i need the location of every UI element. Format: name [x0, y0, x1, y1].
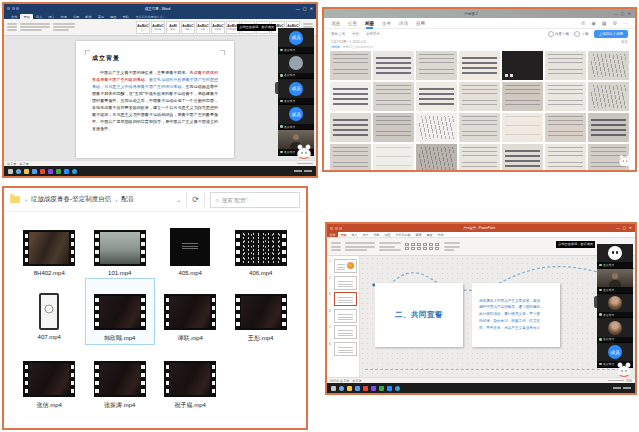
- file-item[interactable]: 8H402.mp4: [16, 228, 82, 276]
- ribbon-tab[interactable]: 开始: [338, 233, 349, 237]
- photo-thumbnail[interactable]: [459, 144, 500, 170]
- browser-icon[interactable]: [355, 386, 360, 391]
- participant-tile[interactable]: 会议成员: [597, 244, 633, 269]
- photo-thumbnail[interactable]: [416, 113, 457, 142]
- photo-thumbnail[interactable]: [373, 144, 414, 170]
- album-tab-应用[interactable]: 应用: [416, 19, 425, 28]
- slide-thumbnail[interactable]: [334, 292, 358, 306]
- ribbon-tab[interactable]: 文件: [327, 232, 338, 237]
- ribbon-tab[interactable]: 切换: [371, 233, 382, 237]
- slides-group[interactable]: [331, 242, 341, 250]
- app-icon[interactable]: [48, 169, 53, 174]
- file-item[interactable]: 407.mp4: [16, 292, 82, 343]
- slide-canvas[interactable]: 二、共同宣誓 我志愿加入中国共产主义青年团，坚决拥护中国共产党的领导，遵守团的章…: [360, 256, 635, 377]
- file-item[interactable]: 406.mp4: [228, 228, 294, 276]
- slide-thumbnail[interactable]: [334, 276, 358, 290]
- photo-thumbnail[interactable]: [373, 113, 414, 142]
- redo-icon[interactable]: [16, 7, 19, 10]
- close-icon[interactable]: [629, 226, 632, 230]
- minimize-icon[interactable]: [614, 11, 618, 16]
- app-icon[interactable]: [379, 386, 384, 391]
- photo-thumbnail[interactable]: [545, 144, 586, 170]
- photo-thumbnail[interactable]: [330, 144, 371, 170]
- style-gallery-item[interactable]: AaBbC标题 2: [181, 21, 195, 34]
- editing-group[interactable]: [444, 242, 460, 250]
- photo-thumbnail[interactable]: [373, 51, 414, 80]
- address-dropdown-icon[interactable]: ⌄: [176, 196, 181, 203]
- minimize-icon[interactable]: [616, 226, 620, 230]
- undo-icon[interactable]: [335, 227, 338, 230]
- photo-thumbnail[interactable]: [588, 82, 629, 111]
- photo-thumbnail[interactable]: [502, 113, 543, 142]
- album-tab-文件[interactable]: 文件: [382, 19, 391, 28]
- photo-thumbnail[interactable]: [545, 51, 586, 80]
- breadcrumb-item[interactable]: 配音: [121, 195, 134, 204]
- shapes-gallery[interactable]: [405, 243, 440, 250]
- app-icon[interactable]: [371, 386, 376, 391]
- ribbon-tab[interactable]: 审阅: [413, 233, 424, 237]
- app-icon[interactable]: [40, 169, 45, 174]
- slide-thumbnail[interactable]: [334, 309, 358, 323]
- maximize-icon[interactable]: [621, 11, 625, 16]
- file-item[interactable]: 谭联.mp4: [157, 292, 223, 343]
- clipboard-group[interactable]: [7, 23, 17, 31]
- breadcrumb-item[interactable]: 绽放战疫青春-坚定制度自信: [31, 195, 111, 204]
- style-gallery-item[interactable]: AaBbC正文: [136, 21, 150, 34]
- quick-access-toolbar[interactable]: [330, 227, 342, 230]
- photo-thumbnail[interactable]: [545, 113, 586, 142]
- photo-thumbnail[interactable]: [330, 113, 371, 142]
- settings-icon[interactable]: [613, 20, 617, 26]
- photo-thumbnail[interactable]: [416, 82, 457, 111]
- folder-icon[interactable]: [24, 169, 29, 174]
- album-tab-公告[interactable]: 公告: [348, 19, 357, 28]
- ribbon-tab[interactable]: 插入: [349, 233, 360, 237]
- album-filter-link[interactable]: 全部照片: [366, 32, 380, 36]
- close-icon[interactable]: [310, 6, 313, 11]
- album-tab-消息[interactable]: 消息: [331, 19, 340, 28]
- more-link[interactable]: 更多: [621, 40, 628, 44]
- font-group[interactable]: [20, 23, 50, 31]
- photo-thumbnail[interactable]: [502, 82, 543, 111]
- app-icon[interactable]: [363, 386, 368, 391]
- upload-button[interactable]: 上传到这个相册: [594, 30, 629, 38]
- participant-tile[interactable]: 会议成员: [597, 318, 633, 343]
- powerpoint-taskbar-icon[interactable]: [387, 386, 392, 391]
- word-taskbar-icon[interactable]: [64, 169, 69, 174]
- font-group[interactable]: [345, 242, 375, 250]
- slide-thumbnail[interactable]: [334, 325, 358, 339]
- search-input[interactable]: [222, 197, 295, 203]
- ribbon-tab[interactable]: 设计: [360, 233, 371, 237]
- browser-icon[interactable]: [32, 169, 37, 174]
- app-icon[interactable]: [56, 169, 61, 174]
- slide-thumbnail[interactable]: [334, 259, 358, 273]
- photo-thumbnail[interactable]: [330, 51, 371, 80]
- phone-icon[interactable]: [581, 20, 585, 26]
- undo-icon[interactable]: [12, 7, 15, 10]
- participant-tile[interactable]: 会议成员: [278, 54, 314, 80]
- file-item[interactable]: 张信.mp4: [16, 359, 82, 410]
- refresh-icon[interactable]: ⟳: [192, 196, 199, 204]
- album-filter-link[interactable]: 分类: [352, 32, 359, 36]
- slide-thumbnail[interactable]: [334, 342, 358, 356]
- photo-thumbnail[interactable]: [459, 113, 500, 142]
- file-item[interactable]: 101.mp4: [87, 228, 153, 276]
- photo-thumbnail[interactable]: [416, 51, 457, 80]
- file-item[interactable]: 405.mp4: [157, 228, 223, 276]
- panel-collapse-handle[interactable]: [275, 82, 278, 94]
- photo-thumbnail[interactable]: [330, 82, 371, 111]
- quick-access-toolbar[interactable]: [7, 7, 19, 10]
- redo-icon[interactable]: [339, 227, 342, 230]
- photo-thumbnail[interactable]: [416, 144, 457, 170]
- ribbon-tab[interactable]: 幻灯片放映: [393, 233, 413, 237]
- more-icon[interactable]: [623, 20, 628, 26]
- album-tag[interactable]: 群相册: [331, 45, 340, 49]
- file-item[interactable]: 王彤.mp4: [228, 292, 294, 343]
- save-icon[interactable]: [7, 7, 10, 10]
- participant-tile[interactable]: 会议成员: [597, 269, 633, 294]
- style-gallery-item[interactable]: AaBI标题 1: [166, 21, 180, 34]
- paragraph-group[interactable]: [379, 242, 401, 250]
- style-gallery-item[interactable]: AaBbC标题: [196, 21, 210, 34]
- maximize-icon[interactable]: [623, 226, 626, 230]
- participant-tile[interactable]: 成员会议成员: [278, 79, 314, 105]
- slide-text-card[interactable]: 我志愿加入中国共产主义青年团，坚决拥护中国共产党的领导，遵守团的章程，执行团的决…: [472, 283, 560, 347]
